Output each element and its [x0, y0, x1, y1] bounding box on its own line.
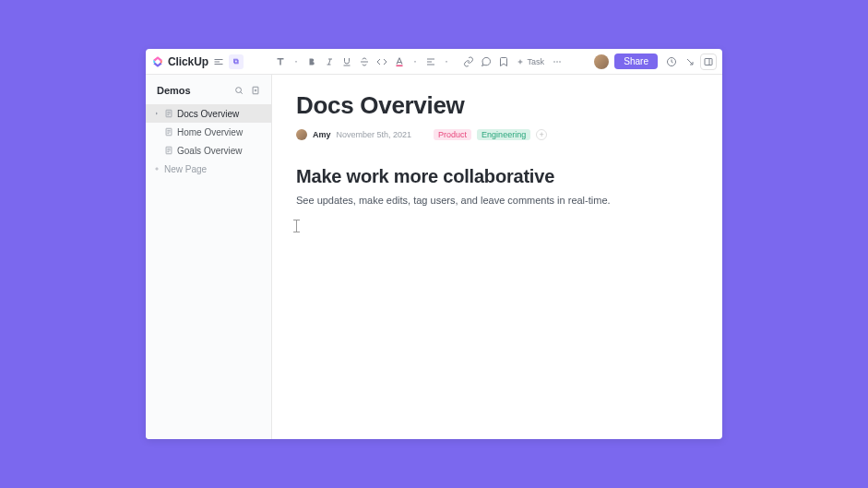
bookmark-button[interactable]	[495, 54, 512, 70]
doc-icon	[164, 146, 173, 155]
sidebar-item-label: Goals Overview	[177, 146, 264, 156]
svg-line-17	[241, 92, 243, 94]
sidebar-header: Demos	[146, 75, 271, 104]
author-avatar[interactable]	[296, 129, 307, 140]
svg-point-10	[556, 61, 558, 63]
sidebar-item-label: Docs Overview	[177, 109, 264, 119]
page-title[interactable]: Docs Overview	[296, 91, 698, 120]
svg-point-9	[553, 61, 555, 63]
add-page-icon[interactable]	[249, 84, 262, 97]
brand-name: ClickUp	[168, 55, 208, 68]
sidebar: Demos Docs Overview Home Overview Goals …	[146, 75, 272, 439]
comment-button[interactable]	[478, 54, 494, 70]
logo[interactable]: ClickUp	[151, 55, 208, 68]
italic-button[interactable]	[321, 54, 338, 70]
add-tag-button[interactable]: +	[536, 129, 547, 140]
doc-meta-row: Amy November 5th, 2021 Product Engineeri…	[296, 129, 698, 140]
topbar: ClickUp ⧉ Task Share	[146, 49, 722, 75]
app-window: ClickUp ⧉ Task Share	[146, 49, 722, 439]
search-icon[interactable]	[232, 84, 245, 97]
sidebar-item-home-overview[interactable]: Home Overview	[146, 123, 271, 141]
new-page-label: New Page	[164, 164, 264, 174]
author-name: Amy	[313, 130, 331, 139]
content-area: Demos Docs Overview Home Overview Goals …	[146, 75, 722, 439]
tag-engineering[interactable]: Engineering	[477, 129, 530, 140]
body-paragraph[interactable]: See updates, make edits, tag users, and …	[296, 193, 698, 208]
menu-toggle-icon[interactable]	[210, 54, 227, 70]
underline-button[interactable]	[339, 54, 355, 70]
chevron-down-icon[interactable]	[290, 54, 303, 70]
share-button[interactable]: Share	[614, 54, 658, 69]
plus-icon	[153, 166, 161, 172]
sidebar-item-goals-overview[interactable]: Goals Overview	[146, 141, 271, 160]
strikethrough-button[interactable]	[356, 54, 373, 70]
chevron-down-icon[interactable]	[440, 54, 453, 70]
text-cursor-icon	[296, 220, 297, 232]
add-task-button[interactable]: Task	[513, 57, 548, 66]
section-heading[interactable]: Make work more collaborative	[296, 166, 698, 187]
code-button[interactable]	[374, 54, 390, 70]
clickup-logo-icon	[151, 55, 164, 68]
formatting-toolbar: Task	[272, 54, 565, 70]
svg-rect-14	[705, 58, 712, 65]
chevron-down-icon[interactable]	[409, 54, 422, 70]
text-style-dropdown[interactable]	[272, 54, 289, 70]
breadcrumb-chip[interactable]: ⧉	[229, 54, 244, 69]
minimize-icon[interactable]	[682, 54, 698, 70]
link-button[interactable]	[460, 54, 477, 70]
svg-point-11	[559, 61, 561, 63]
bold-button[interactable]	[303, 54, 320, 70]
tag-product[interactable]: Product	[434, 129, 471, 140]
align-button[interactable]	[422, 54, 439, 70]
document-editor[interactable]: Docs Overview Amy November 5th, 2021 Pro…	[272, 75, 722, 439]
history-icon[interactable]	[663, 54, 680, 70]
svg-point-16	[236, 88, 242, 93]
doc-date: November 5th, 2021	[337, 130, 412, 139]
user-avatar[interactable]	[594, 54, 609, 69]
caret-right-icon[interactable]	[153, 111, 161, 116]
panel-toggle-icon[interactable]	[700, 54, 717, 70]
more-options-button[interactable]	[549, 54, 565, 70]
svg-line-13	[687, 59, 693, 65]
new-page-button[interactable]: New Page	[146, 160, 271, 178]
sidebar-item-docs-overview[interactable]: Docs Overview	[146, 104, 271, 123]
doc-icon	[164, 127, 173, 137]
doc-icon	[164, 109, 173, 118]
svg-rect-3	[397, 65, 403, 66]
sidebar-title: Demos	[157, 85, 229, 96]
text-color-button[interactable]	[391, 54, 408, 70]
sidebar-item-label: Home Overview	[177, 127, 264, 137]
